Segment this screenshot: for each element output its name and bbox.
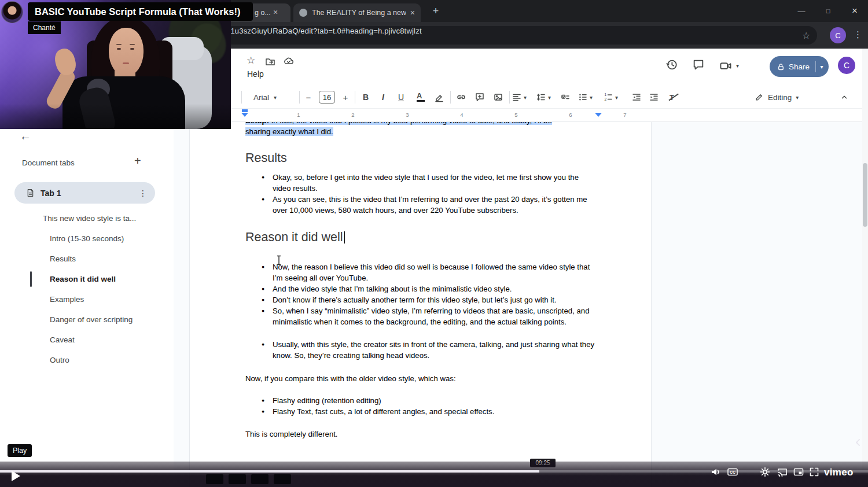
bullets-caret-icon: ▾ (590, 94, 593, 101)
window-controls: — □ × (788, 0, 868, 22)
ibeam-cursor (275, 255, 282, 265)
star-document-icon[interactable]: ☆ (247, 54, 255, 67)
font-size-input[interactable]: 16 (319, 91, 335, 104)
vignette (0, 104, 231, 129)
bookmark-star-icon[interactable]: ☆ (802, 30, 810, 41)
increase-indent-button[interactable] (645, 88, 663, 106)
minimize-button[interactable]: — (788, 0, 815, 22)
font-size-decrease-button[interactable]: − (300, 88, 317, 106)
document-content: Setup: In fact, the video that I posted … (190, 122, 651, 440)
fullscreen-icon[interactable] (808, 466, 820, 478)
browser-profile-avatar[interactable]: C (830, 27, 846, 43)
share-button[interactable]: Share ▾ (770, 56, 829, 77)
play-button[interactable] (12, 471, 20, 481)
version-history-icon[interactable] (665, 58, 678, 71)
font-caret-icon: ▾ (274, 94, 277, 101)
scrollbar-track[interactable] (862, 49, 868, 487)
bullet-list: Okay, so, before I get into the video st… (245, 172, 598, 216)
italic-button[interactable]: I (374, 88, 392, 106)
meet-caret-icon[interactable]: ▾ (736, 62, 739, 69)
cloud-status-icon[interactable] (284, 56, 294, 67)
tab-close-icon[interactable]: × (273, 8, 278, 16)
sidebar-tab-1[interactable]: Tab 1 ⋮ (14, 182, 155, 204)
docs-profile-avatar[interactable]: C (838, 57, 855, 74)
new-tab-button[interactable]: + (428, 4, 443, 19)
ruler-number: 1 (297, 112, 300, 118)
captions-icon[interactable]: CC (727, 466, 738, 478)
tab-options-icon[interactable]: ⋮ (139, 189, 147, 198)
settings-gear-icon[interactable] (759, 466, 771, 478)
outline-item[interactable]: Caveat (0, 330, 174, 350)
outline-item[interactable]: Examples (0, 289, 174, 309)
text-color-button[interactable]: A (412, 88, 429, 106)
pencil-icon (755, 93, 764, 102)
tab-label: Tab 1 (41, 189, 133, 198)
tab-close-icon[interactable]: × (410, 9, 415, 17)
browser-tab-2[interactable]: The REALITY of Being a new Yo... × (293, 3, 421, 22)
insert-link-button[interactable] (453, 88, 470, 106)
outline-item[interactable]: Outro (0, 350, 174, 370)
outline-item[interactable]: This new video style is ta... (0, 208, 174, 228)
browser-menu-icon[interactable]: ⋮ (854, 29, 862, 40)
person-face (109, 28, 144, 76)
scrollbar-thumb[interactable] (863, 163, 867, 227)
line-spacing-button[interactable]: ▾ (536, 88, 551, 106)
outline-item[interactable]: Results (0, 249, 174, 269)
timeline-thumbnails (206, 474, 291, 484)
meet-videocam-icon[interactable] (719, 60, 732, 72)
checklist-button[interactable] (557, 88, 574, 106)
highlight-color-button[interactable] (431, 88, 448, 106)
font-family-select[interactable]: Arial ▾ (250, 88, 280, 106)
menu-help[interactable]: Help (247, 69, 264, 79)
comments-icon[interactable] (692, 58, 705, 71)
tab-title: g o... (255, 9, 271, 17)
ruler-number: 2 (351, 112, 354, 118)
first-line-indent-marker[interactable] (242, 109, 248, 112)
vimeo-logo[interactable]: vimeo (824, 467, 854, 478)
editing-mode-select[interactable]: Editing ▾ (750, 88, 803, 106)
bullet-list: Flashy editing (retention editing) Flash… (245, 395, 598, 417)
screen: g o... × The REALITY of Being a new Yo..… (0, 0, 868, 487)
add-comment-button[interactable] (471, 88, 488, 106)
selected-text-bold: Setup: (245, 122, 269, 125)
maximize-button[interactable]: □ (815, 0, 841, 22)
player-control-bar: CC vimeo (0, 462, 868, 487)
document-icon (26, 189, 35, 197)
bullet-item: Usually, with this style, the creator si… (273, 339, 598, 361)
underline-button[interactable]: U (392, 88, 410, 106)
collapse-toolbar-button[interactable] (836, 88, 853, 106)
align-button[interactable]: ▾ (512, 88, 527, 106)
mode-caret-icon: ▾ (796, 94, 799, 101)
bulleted-list-button[interactable]: ▾ (578, 88, 593, 106)
eye (130, 48, 134, 50)
outline-item-active[interactable]: Reason it did well (0, 269, 174, 289)
outline-list: This new video style is ta... Intro (15-… (0, 208, 174, 370)
pip-icon[interactable] (793, 466, 804, 478)
chevron-left-icon[interactable] (853, 437, 863, 448)
selected-paragraph: Setup: In fact, the video that I posted … (245, 122, 598, 137)
document-page[interactable]: Setup: In fact, the video that I posted … (189, 122, 652, 487)
bold-button[interactable]: B (357, 88, 374, 106)
left-indent-marker[interactable] (241, 113, 248, 117)
selected-text: In fact, the video that I posted is my b… (269, 122, 552, 125)
window-close-button[interactable]: × (841, 0, 868, 22)
numbered-list-icon: 12 (603, 92, 613, 102)
clear-formatting-button[interactable]: T (663, 88, 681, 106)
outline-item[interactable]: Danger of over scripting (0, 309, 174, 330)
right-indent-marker[interactable] (595, 113, 602, 117)
outline-item[interactable]: Intro (15-30 seconds) (0, 228, 174, 249)
insert-image-button[interactable] (490, 88, 507, 106)
text-caret (344, 231, 345, 244)
move-folder-icon[interactable] (265, 56, 275, 67)
font-size-increase-button[interactable]: + (337, 88, 354, 106)
decrease-indent-button[interactable] (628, 88, 645, 106)
add-tab-button[interactable]: + (134, 154, 141, 168)
numbered-list-button[interactable]: 12 ▾ (603, 88, 618, 106)
back-arrow-icon[interactable]: ← (20, 130, 31, 143)
volume-icon[interactable] (710, 466, 722, 478)
cast-icon[interactable] (777, 466, 788, 478)
sidebar-title: Document tabs (22, 158, 75, 167)
paragraph: Now, if you compare this with the older … (245, 373, 598, 384)
text-color-a: A (417, 93, 425, 102)
share-caret-icon[interactable]: ▾ (816, 64, 827, 70)
